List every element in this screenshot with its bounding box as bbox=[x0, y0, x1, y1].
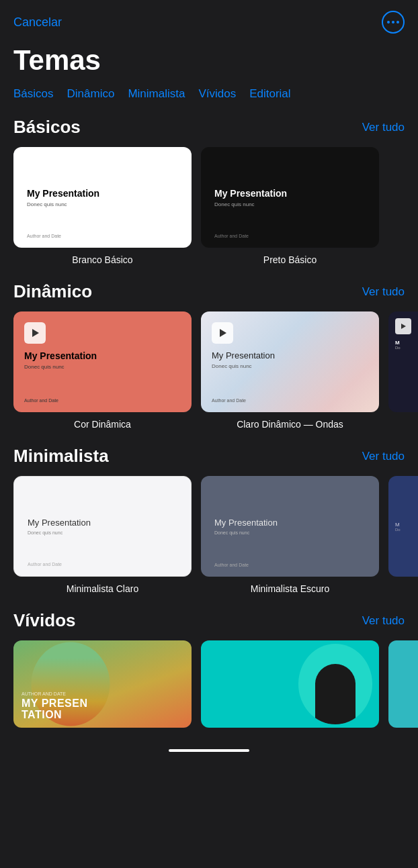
theme-thumbnail-vivido-1: AUTHOR AND DATE MY PRESENTATION bbox=[13, 640, 192, 728]
see-all-minimalista-button[interactable]: Ver tudo bbox=[362, 450, 405, 463]
play-triangle-icon bbox=[32, 329, 39, 337]
theme-pres-sub: Donec quis nunc bbox=[24, 364, 181, 370]
theme-label-cor-dinamica: Cor Dinâmica bbox=[74, 419, 131, 430]
theme-card-preto-basico[interactable]: My Presentation Donec quis nunc Author a… bbox=[201, 147, 379, 265]
theme-thumbnail-vivido-2 bbox=[201, 640, 379, 728]
theme-pres-title: My Presentation bbox=[27, 188, 178, 199]
page-title: Temas bbox=[0, 39, 418, 85]
play-icon bbox=[212, 322, 233, 344]
category-tabs: Básicos Dinâmico Minimalista Vívidos Edi… bbox=[0, 85, 418, 103]
header: Cancelar bbox=[0, 0, 418, 39]
theme-thumbnail-cor-dinamica: My Presentation Donec quis nunc Author a… bbox=[13, 311, 192, 412]
section-vividos-header: Vívidos Ver tudo bbox=[0, 610, 418, 640]
partial-sub: Do bbox=[395, 528, 418, 532]
theme-pres-sub: Donec quis nunc bbox=[214, 201, 366, 207]
theme-thumbnail-dark-partial: M Do bbox=[388, 311, 418, 412]
themes-row-vividos: AUTHOR AND DATE MY PRESENTATION bbox=[0, 640, 418, 733]
section-dinamico-title: Dinâmico bbox=[13, 281, 92, 302]
theme-thumbnail-minimalista-escuro: My Presentation Donec quis nunc Author a… bbox=[201, 476, 379, 577]
theme-label-minimalista-claro: Minimalista Claro bbox=[67, 583, 138, 594]
vivido-author: AUTHOR AND DATE bbox=[22, 691, 87, 696]
play-triangle-icon bbox=[220, 329, 226, 337]
theme-pres-title: My Presentation bbox=[212, 350, 368, 360]
see-all-vividos-button[interactable]: Ver tudo bbox=[362, 614, 405, 628]
play-triangle-sm-icon bbox=[401, 324, 406, 329]
theme-pres-title-partial: M bbox=[395, 340, 418, 346]
more-icon bbox=[387, 21, 399, 23]
theme-pres-sub: Donec quis nunc bbox=[27, 201, 178, 207]
theme-pres-author: Author and Date bbox=[27, 234, 61, 238]
section-basicos: Básicos Ver tudo My Presentation Donec q… bbox=[0, 117, 418, 265]
theme-thumbnail-blue-partial: M Do bbox=[388, 476, 418, 577]
theme-pres-title: My Presentation bbox=[28, 518, 177, 528]
person-body bbox=[315, 664, 356, 724]
section-vividos-title: Vívidos bbox=[13, 610, 75, 631]
section-basicos-title: Básicos bbox=[13, 117, 81, 138]
play-icon bbox=[24, 322, 46, 344]
theme-pres-sub-partial: Do bbox=[395, 346, 418, 350]
person-circle bbox=[298, 644, 372, 724]
section-dinamico-header: Dinâmico Ver tudo bbox=[0, 281, 418, 311]
theme-card-minimalista-escuro[interactable]: My Presentation Donec quis nunc Author a… bbox=[201, 476, 379, 594]
themes-row-basicos: My Presentation Donec quis nunc Author a… bbox=[0, 147, 418, 265]
theme-pres-sub: Donec quis nunc bbox=[214, 530, 366, 535]
tab-vividos[interactable]: Vívidos bbox=[198, 85, 236, 103]
theme-card-cor-dinamica[interactable]: My Presentation Donec quis nunc Author a… bbox=[13, 311, 192, 430]
theme-card-claro-dinamico-ondas[interactable]: My Presentation Donec quis nunc Author a… bbox=[201, 311, 379, 430]
theme-pres-author: Author and Date bbox=[24, 398, 58, 403]
play-icon-sm bbox=[395, 318, 411, 334]
section-dinamico: Dinâmico Ver tudo My Presentation Donec … bbox=[0, 281, 418, 430]
tab-editorial[interactable]: Editorial bbox=[249, 85, 290, 103]
themes-row-dinamico: My Presentation Donec quis nunc Author a… bbox=[0, 311, 418, 430]
vivido-text-block: AUTHOR AND DATE MY PRESENTATION bbox=[22, 691, 87, 721]
tab-minimalista[interactable]: Minimalista bbox=[128, 85, 185, 103]
scroll-indicator bbox=[169, 749, 249, 752]
theme-label-minimalista-escuro: Minimalista Escuro bbox=[251, 583, 329, 594]
section-minimalista-header: Minimalista Ver tudo bbox=[0, 446, 418, 476]
see-all-dinamico-button[interactable]: Ver tudo bbox=[362, 285, 405, 299]
themes-row-minimalista: My Presentation Donec quis nunc Author a… bbox=[0, 476, 418, 594]
tab-dinamico[interactable]: Dinâmico bbox=[67, 85, 115, 103]
theme-pres-author: Author and Date bbox=[214, 563, 249, 567]
theme-pres-title: My Presentation bbox=[214, 188, 366, 199]
theme-thumbnail-vivido-partial bbox=[388, 640, 418, 728]
theme-card-minimalista-claro[interactable]: My Presentation Donec quis nunc Author a… bbox=[13, 476, 192, 594]
vivido-title: MY PRESENTATION bbox=[22, 697, 87, 721]
theme-pres-author: Author and Date bbox=[212, 398, 246, 403]
theme-card-vivido-2[interactable] bbox=[201, 640, 379, 733]
more-button[interactable] bbox=[382, 11, 405, 34]
theme-thumbnail-claro-dinamico-ondas: My Presentation Donec quis nunc Author a… bbox=[201, 311, 379, 412]
theme-pres-title: My Presentation bbox=[214, 518, 366, 528]
theme-label-preto-basico: Preto Básico bbox=[263, 254, 317, 265]
section-vividos: Vívidos Ver tudo AUTHOR AND DATE MY PRES… bbox=[0, 610, 418, 733]
theme-thumbnail-branco-basico: My Presentation Donec quis nunc Author a… bbox=[13, 147, 192, 248]
theme-card-branco-basico[interactable]: My Presentation Donec quis nunc Author a… bbox=[13, 147, 192, 265]
section-minimalista-title: Minimalista bbox=[13, 446, 109, 467]
theme-pres-sub: Donec quis nunc bbox=[212, 363, 368, 369]
section-minimalista: Minimalista Ver tudo My Presentation Don… bbox=[0, 446, 418, 594]
cancel-button[interactable]: Cancelar bbox=[13, 15, 62, 30]
theme-pres-sub: Donec quis nunc bbox=[28, 530, 177, 535]
section-basicos-header: Básicos Ver tudo bbox=[0, 117, 418, 147]
theme-thumbnail-preto-basico: My Presentation Donec quis nunc Author a… bbox=[201, 147, 379, 248]
theme-card-dark-partial[interactable]: M Do bbox=[388, 311, 418, 430]
theme-label-branco-basico: Branco Básico bbox=[72, 254, 132, 265]
theme-thumbnail-minimalista-claro: My Presentation Donec quis nunc Author a… bbox=[13, 476, 192, 577]
partial-title: M bbox=[395, 522, 418, 528]
see-all-basicos-button[interactable]: Ver tudo bbox=[362, 121, 405, 134]
theme-pres-title: My Presentation bbox=[24, 350, 181, 361]
tab-basicos[interactable]: Básicos bbox=[13, 85, 54, 103]
theme-label-claro-dinamico-ondas: Claro Dinâmico — Ondas bbox=[237, 419, 343, 430]
theme-card-vivido-partial[interactable] bbox=[388, 640, 418, 733]
theme-card-vivido-1[interactable]: AUTHOR AND DATE MY PRESENTATION bbox=[13, 640, 192, 733]
theme-card-blue-partial[interactable]: M Do bbox=[388, 476, 418, 594]
theme-pres-author: Author and Date bbox=[214, 234, 249, 238]
theme-pres-author: Author and Date bbox=[28, 562, 62, 567]
